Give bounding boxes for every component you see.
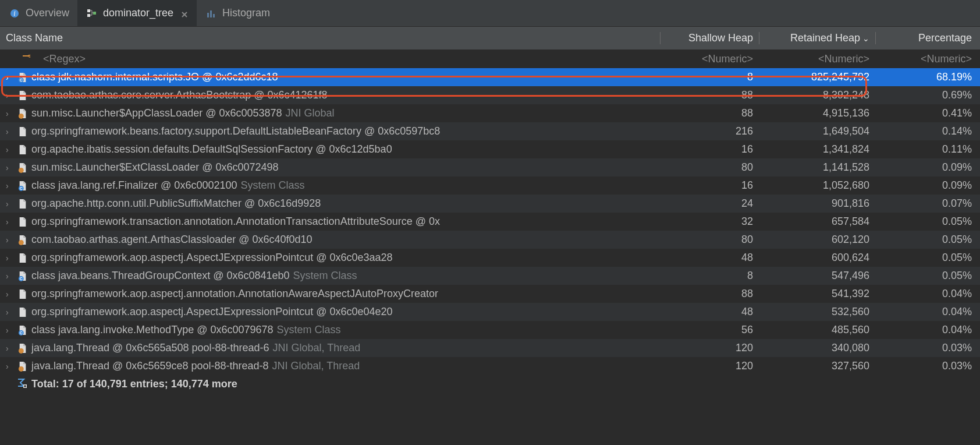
row-shallow-heap: 8	[660, 270, 759, 282]
expand-icon[interactable]: ›	[6, 163, 14, 172]
table-row[interactable]: ›java.lang.Thread @ 0x6c5659ce8 pool-88-…	[0, 357, 980, 375]
class-icon: C	[17, 180, 28, 192]
expand-icon[interactable]: ›	[6, 199, 14, 209]
row-retained-heap: 1,649,504	[759, 125, 875, 137]
table-row[interactable]: ›Cclass java.beans.ThreadGroupContext @ …	[0, 267, 980, 285]
obj-icon	[17, 288, 28, 300]
row-percentage: 0.41%	[875, 107, 980, 119]
expand-icon[interactable]: ›	[6, 181, 14, 190]
expand-icon[interactable]: ›	[6, 326, 14, 335]
close-icon[interactable]	[180, 9, 189, 17]
row-class-name: com.taobao.arthas.core.server.ArthasBoot…	[31, 89, 328, 101]
row-retained-heap: 327,560	[759, 360, 875, 372]
filter-shallow-input[interactable]: <Numeric>	[660, 53, 759, 65]
table-row[interactable]: ›com.taobao.arthas.agent.ArthasClassload…	[0, 231, 980, 249]
loader-icon	[17, 108, 28, 119]
filter-name-input[interactable]: <Regex>	[43, 53, 86, 65]
table-row[interactable]: ›java.lang.Thread @ 0x6c565a508 pool-88-…	[0, 339, 980, 357]
header-percentage[interactable]: Percentage	[875, 32, 980, 44]
expand-icon[interactable]: ›	[6, 217, 14, 227]
table-row[interactable]: ›org.springframework.aop.aspectj.AspectJ…	[0, 303, 980, 321]
row-shallow-heap: 120	[660, 360, 759, 372]
expand-icon[interactable]: ›	[6, 145, 14, 154]
expand-icon[interactable]: ›	[6, 127, 14, 136]
table-row[interactable]: ›com.taobao.arthas.core.server.ArthasBoo…	[0, 86, 980, 104]
row-retained-heap: 4,915,136	[759, 107, 875, 119]
filter-row[interactable]: <Regex> <Numeric> <Numeric> <Numeric>	[0, 50, 980, 68]
header-shallow-heap[interactable]: Shallow Heap	[660, 32, 759, 44]
row-class-name: java.lang.Thread @ 0x6c565a508 pool-88-t…	[31, 342, 269, 354]
svg-point-20	[19, 366, 24, 372]
expand-icon[interactable]: ›	[6, 253, 14, 263]
table-row[interactable]: ›org.springframework.aop.aspectj.AspectJ…	[0, 249, 980, 267]
expand-icon[interactable]: ›	[6, 344, 14, 353]
table-row[interactable]: ›Cclass java.lang.ref.Finalizer @ 0x6c00…	[0, 176, 980, 195]
row-percentage: 0.04%	[875, 306, 980, 318]
table-row[interactable]: ›org.springframework.beans.factory.suppo…	[0, 122, 980, 140]
loader-icon	[17, 162, 28, 174]
header-retained-heap[interactable]: Retained Heap ⌄	[759, 32, 875, 44]
row-percentage: 0.04%	[875, 288, 980, 300]
svg-text:C: C	[20, 277, 23, 281]
table-row[interactable]: ›sun.misc.Launcher$AppClassLoader @ 0x6c…	[0, 104, 980, 122]
row-shallow-heap: 24	[660, 197, 759, 210]
table-row[interactable]: ›sun.misc.Launcher$ExtClassLoader @ 0x6c…	[0, 158, 980, 176]
row-retained-heap: 8,392,248	[759, 89, 875, 101]
row-retained-heap: 1,341,824	[759, 143, 875, 156]
tree-icon	[86, 7, 98, 20]
svg-rect-7	[213, 14, 215, 17]
expand-icon[interactable]: ›	[6, 73, 14, 82]
table-row[interactable]: ›org.springframework.transaction.annotat…	[0, 213, 980, 231]
tab-label: Overview	[26, 7, 69, 19]
row-class-name: class java.beans.ThreadGroupContext @ 0x…	[31, 270, 290, 282]
obj-icon	[17, 90, 28, 101]
expand-icon[interactable]: ›	[6, 91, 14, 100]
row-class-name: org.springframework.aop.aspectj.annotati…	[31, 288, 438, 300]
tab-bar: iOverviewdominator_treeHistogram	[0, 0, 980, 27]
tab-overview[interactable]: iOverview	[0, 0, 77, 26]
row-shallow-heap: 88	[660, 107, 759, 119]
row-shallow-heap: 48	[660, 252, 759, 264]
tab-label: dominator_tree	[103, 7, 173, 19]
table-row[interactable]: ›org.apache.http.conn.util.PublicSuffixM…	[0, 195, 980, 213]
row-class-name: sun.misc.Launcher$ExtClassLoader @ 0x6c0…	[31, 161, 279, 174]
row-shallow-heap: 32	[660, 216, 759, 228]
header-class-name[interactable]: Class Name	[0, 32, 660, 44]
row-percentage: 68.19%	[875, 71, 980, 83]
row-shallow-heap: 120	[660, 342, 759, 354]
expand-icon[interactable]: ›	[6, 308, 14, 317]
row-percentage: 0.05%	[875, 252, 980, 264]
filter-retained-input[interactable]: <Numeric>	[759, 53, 875, 65]
row-suffix: JNI Global, Thread	[272, 360, 360, 372]
svg-rect-4	[93, 12, 96, 15]
sigma-icon	[16, 377, 27, 391]
table-row[interactable]: ›Cclass jdk.nashorn.internal.scripts.JO …	[0, 68, 980, 86]
obj-icon	[17, 144, 28, 156]
row-suffix: System Class	[240, 179, 304, 192]
filter-percentage-input[interactable]: <Numeric>	[875, 53, 980, 65]
table-row[interactable]: ›Cclass java.lang.invoke.MethodType @ 0x…	[0, 321, 980, 339]
row-class-name: org.springframework.aop.aspectj.AspectJE…	[31, 252, 393, 264]
dominator-tree-view: iOverviewdominator_treeHistogram Class N…	[0, 0, 980, 393]
row-class-name: class jdk.nashorn.internal.scripts.JO @ …	[31, 71, 278, 83]
row-retained-heap: 485,560	[759, 324, 875, 336]
table-row[interactable]: ›org.springframework.aop.aspectj.annotat…	[0, 285, 980, 303]
class-icon: C	[17, 324, 28, 336]
expand-icon[interactable]: ›	[6, 235, 14, 245]
filter-icon	[22, 55, 35, 64]
row-shallow-heap: 16	[660, 179, 759, 192]
total-text: Total: 17 of 140,791 entries; 140,774 mo…	[31, 378, 237, 390]
tab-label: Histogram	[222, 7, 270, 19]
expand-icon[interactable]: ›	[6, 109, 14, 118]
svg-point-10	[19, 114, 24, 119]
table-row[interactable]: ›org.apache.ibatis.session.defaults.Defa…	[0, 140, 980, 158]
expand-icon[interactable]: ›	[6, 271, 14, 281]
row-percentage: 0.14%	[875, 125, 980, 137]
row-class-name: org.apache.http.conn.util.PublicSuffixMa…	[31, 197, 321, 210]
svg-rect-5	[207, 13, 209, 17]
tab-dominator-tree[interactable]: dominator_tree	[77, 0, 197, 26]
expand-icon[interactable]: ›	[6, 362, 14, 371]
expand-icon[interactable]: ›	[6, 289, 14, 299]
tab-histogram[interactable]: Histogram	[197, 0, 278, 26]
row-retained-heap: 600,624	[759, 252, 875, 264]
